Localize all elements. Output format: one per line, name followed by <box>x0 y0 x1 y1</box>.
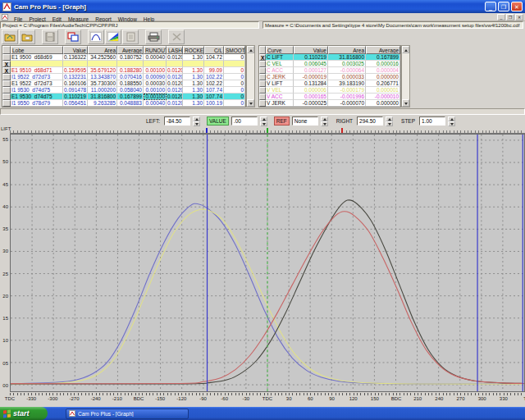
cell[interactable]: 0.048883 <box>117 100 144 107</box>
cell[interactable]: 1.30 <box>183 87 204 94</box>
cell[interactable]: 100.19 <box>204 100 224 107</box>
table-row[interactable]: C ACC0.000127-0.0000640.000004 <box>259 67 400 74</box>
cell[interactable] <box>144 61 167 67</box>
open-measure-file-icon[interactable] <box>2 30 18 44</box>
cell[interactable]: 0 <box>224 87 245 94</box>
cell[interactable] <box>63 61 88 67</box>
column-header[interactable]: Lobe <box>11 46 63 54</box>
cell[interactable]: 39.183190 <box>328 80 366 87</box>
cell[interactable]: 0.058040 <box>117 87 144 94</box>
cell[interactable] <box>259 74 266 80</box>
cell[interactable] <box>2 87 11 94</box>
cell[interactable]: -0.000010 <box>366 94 400 100</box>
cell[interactable]: 0.070416 <box>117 74 144 80</box>
cell[interactable] <box>259 61 266 67</box>
cell[interactable]: 0.136322 <box>63 54 88 61</box>
scroll-down-icon[interactable] <box>247 99 254 107</box>
cell[interactable]: V ACC <box>266 94 294 100</box>
cell[interactable]: 1.30 <box>183 80 204 87</box>
cell[interactable]: 0.0120 <box>167 54 183 61</box>
table-row[interactable]: I1 9530_d74d750.09147811.0002000.0580400… <box>2 87 245 94</box>
mdi-close-button[interactable]: ✕ <box>515 14 523 21</box>
step-spin-down-icon[interactable] <box>448 121 455 126</box>
cell[interactable]: X <box>259 54 266 61</box>
cell[interactable]: 0.000016 <box>366 61 400 67</box>
cell[interactable]: 0.000033 <box>328 74 366 80</box>
scroll-up-icon[interactable] <box>247 46 254 53</box>
cell[interactable]: 0.000000 <box>366 74 400 80</box>
cell[interactable]: I1 9530_d74d75 <box>11 87 63 94</box>
cell[interactable] <box>204 61 224 67</box>
cell[interactable]: I1 9522_d72d73 <box>11 74 63 80</box>
cell[interactable]: -0.000025 <box>294 100 328 107</box>
cell[interactable]: 0.000000 <box>366 100 400 107</box>
cell[interactable]: E1 9510_d68d71 <box>11 67 63 74</box>
mdi-restore-button[interactable]: ❐ <box>506 14 514 21</box>
minimize-button[interactable]: _ <box>485 2 496 11</box>
scroll-down-icon[interactable] <box>402 99 409 107</box>
cell[interactable]: 0.00100 <box>144 67 167 74</box>
cell[interactable]: 0.0120 <box>167 74 183 80</box>
cell[interactable]: 0.167899 <box>117 94 144 100</box>
column-header[interactable]: LASH <box>167 46 183 54</box>
close-file-icon[interactable] <box>168 30 185 44</box>
cell[interactable] <box>183 61 204 67</box>
cell[interactable]: 11.000200 <box>88 87 117 94</box>
cell[interactable]: 9.263285 <box>88 100 117 107</box>
restore-button[interactable]: ❐ <box>498 2 509 11</box>
value-input[interactable] <box>231 116 258 126</box>
cell[interactable]: 0.160106 <box>63 80 88 87</box>
cell[interactable] <box>88 61 117 67</box>
column-header[interactable]: Value <box>294 46 328 54</box>
save-icon[interactable] <box>42 30 58 44</box>
table-row[interactable]: E1 9522_d72d730.16010635.7303000.1885500… <box>2 80 245 87</box>
cell[interactable]: E1 9522_d72d73 <box>11 80 63 87</box>
right-spin-down-icon[interactable] <box>386 121 393 126</box>
cell[interactable]: 99.09 <box>204 67 224 74</box>
cell[interactable]: 0.00040 <box>144 100 167 107</box>
table-row[interactable]: V VEL0.000006-0.0001790.000001 <box>259 87 400 94</box>
cell[interactable] <box>259 87 266 94</box>
cell[interactable] <box>2 94 11 100</box>
table-row[interactable]: X <box>2 61 245 67</box>
close-button[interactable]: ✕ <box>511 2 523 11</box>
cell[interactable]: -0.000070 <box>328 100 366 107</box>
cell[interactable]: 107.74 <box>204 87 224 94</box>
cell[interactable] <box>167 61 183 67</box>
cell[interactable]: 0.167899 <box>366 54 400 61</box>
cell[interactable] <box>259 100 266 107</box>
cell[interactable]: 0.00090 <box>144 74 167 80</box>
cell[interactable]: C LIFT <box>266 54 294 61</box>
cell[interactable]: 1.30 <box>183 54 204 61</box>
scroll-up-icon[interactable] <box>402 46 409 53</box>
cell[interactable]: C VEL <box>266 61 294 67</box>
cell[interactable]: 13.343870 <box>88 74 117 80</box>
cell[interactable]: -0.001996 <box>328 94 366 100</box>
step-input[interactable] <box>419 116 445 126</box>
cell[interactable] <box>11 61 63 67</box>
ref-spin-down-icon[interactable] <box>321 121 328 126</box>
cell[interactable]: 31.816800 <box>328 54 366 61</box>
column-header[interactable]: Average <box>117 46 144 54</box>
column-header[interactable]: C/L <box>204 46 224 54</box>
cell[interactable] <box>259 67 266 74</box>
column-header[interactable]: Value <box>63 46 88 54</box>
table-row[interactable]: V JERK-0.000025-0.0000700.000000 <box>259 100 400 107</box>
cell[interactable]: 0.006045 <box>294 61 328 67</box>
column-header[interactable]: ROCKER <box>183 46 204 54</box>
cell[interactable]: 0.0120 <box>167 100 183 107</box>
plot-area[interactable] <box>10 134 525 392</box>
table-row[interactable]: C JERK-0.0000190.0000330.000000 <box>259 74 400 80</box>
cell[interactable]: 0.0120 <box>167 87 183 94</box>
value-spin-down-icon[interactable] <box>260 121 267 126</box>
start-button[interactable]: start <box>0 407 48 420</box>
cell[interactable]: 0.0120 <box>167 80 183 87</box>
cell[interactable]: 0.0120 <box>167 67 183 74</box>
cell[interactable]: 34.252560 <box>88 54 117 61</box>
cell[interactable]: 1.30 <box>183 67 204 74</box>
cell[interactable] <box>2 80 11 87</box>
table-row[interactable]: V ACC0.000165-0.001996-0.000010 <box>259 94 400 100</box>
cell[interactable] <box>2 54 11 61</box>
table-row[interactable]: V LIFT0.13128439.1831900.206771 <box>259 80 400 87</box>
taskbar-task-campro[interactable]: Cam Pro Plus - [Graph] <box>66 409 189 419</box>
